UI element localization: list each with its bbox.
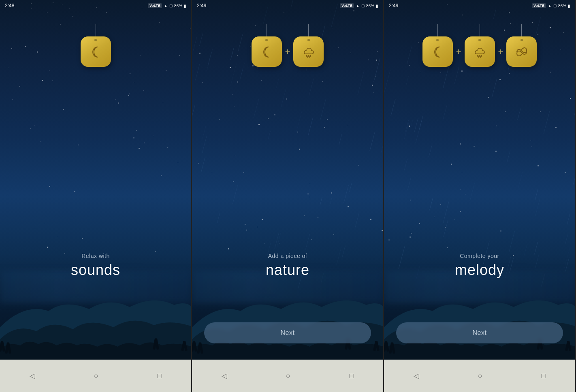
landscape-silhouette [192,279,384,360]
status-icons: VoLTE ▲ ⊡ 86% ▮ [340,3,378,8]
svg-line-8 [478,56,479,58]
svg-line-7 [481,55,482,57]
icons-row: + [192,24,383,67]
home-button[interactable]: ○ [478,372,482,380]
hanging-string [308,24,309,36]
hanging-string [480,24,480,36]
status-time: 2:49 [389,3,398,9]
back-button[interactable]: ◁ [414,371,419,380]
hanging-tile-cloud-rain-icon [293,24,324,67]
wifi-icon: ⊡ [361,4,365,8]
recent-apps-button[interactable]: □ [349,372,354,380]
icons-row [0,24,191,67]
text-content: Complete yourmelody [384,253,575,279]
wifi-icon: ⊡ [553,4,557,8]
text-content: Add a piece ofnature [192,253,383,279]
plus-separator: + [285,36,290,67]
hanging-tile-moon-icon [422,24,453,67]
volte-badge: VoLTE [148,3,162,8]
hanging-string [267,24,267,36]
battery-label: 86% [558,4,566,8]
svg-line-0 [306,55,307,57]
title: nature [192,262,383,279]
signal-icon: ▲ [164,4,168,8]
navigation-bar: ◁ ○ □ [0,360,191,392]
status-icons: VoLTE ▲ ⊡ 86% ▮ [148,3,186,8]
recent-apps-button[interactable]: □ [541,372,546,380]
next-button[interactable]: Next [396,322,563,343]
svg-line-6 [479,55,480,57]
hanging-string [96,24,96,36]
svg-line-5 [477,55,478,57]
battery-icon: ▮ [376,4,378,8]
infinity-icon [506,36,537,67]
svg-line-9 [480,56,481,58]
wifi-icon: ⊡ [169,4,173,8]
battery-label: 86% [174,4,182,8]
status-bar: 2:49 VoLTE ▲ ⊡ 86% ▮ [192,0,383,11]
battery-icon: ▮ [568,4,570,8]
phone-panel-1: 2:48 VoLTE ▲ ⊡ 86% ▮ Relax withsounds ◁ … [0,0,192,392]
subtitle: Relax with [0,253,191,259]
signal-icon: ▲ [356,4,360,8]
hanging-string [437,24,438,36]
status-time: 2:49 [197,3,206,9]
status-bar: 2:49 VoLTE ▲ ⊡ 86% ▮ [384,0,575,11]
home-button[interactable]: ○ [94,372,98,380]
battery-icon: ▮ [184,4,186,8]
volte-badge: VoLTE [340,3,354,8]
moon-icon [81,36,111,67]
moon-icon [422,36,453,67]
landscape-silhouette [0,279,192,360]
title: melody [384,262,575,279]
title: sounds [0,262,191,279]
hanging-string [521,24,522,36]
status-bar: 2:48 VoLTE ▲ ⊡ 86% ▮ [0,0,191,11]
status-icons: VoLTE ▲ ⊡ 86% ▮ [532,3,570,8]
hanging-tile-infinity-icon [506,24,537,67]
icons-row: + + [384,24,575,67]
next-button[interactable]: Next [204,322,371,343]
navigation-bar: ◁ ○ □ [192,360,383,392]
phone-panel-2: 2:49 VoLTE ▲ ⊡ 86% ▮ + Add a piece ofnat… [192,0,384,392]
hanging-tile-cloud-rain-icon [465,24,495,67]
subtitle: Complete your [384,253,575,259]
svg-line-1 [308,55,309,57]
back-button[interactable]: ◁ [222,371,227,380]
recent-apps-button[interactable]: □ [157,372,162,380]
plus-separator: + [456,36,461,67]
back-button[interactable]: ◁ [30,371,35,380]
cloud-rain-icon [465,36,495,67]
text-content: Relax withsounds [0,253,191,279]
navigation-bar: ◁ ○ □ [384,360,575,392]
hanging-tile-moon-icon [252,24,282,67]
hanging-tile-moon-icon [81,24,111,67]
volte-badge: VoLTE [532,3,546,8]
status-time: 2:48 [5,3,14,9]
svg-line-4 [309,56,310,58]
plus-separator: + [498,36,503,67]
svg-line-2 [310,55,311,57]
battery-label: 86% [366,4,374,8]
moon-icon [252,36,282,67]
landscape-silhouette [384,279,576,360]
phone-panel-3: 2:49 VoLTE ▲ ⊡ 86% ▮ + + Complete yourme… [384,0,576,392]
home-button[interactable]: ○ [286,372,290,380]
cloud-rain-icon [293,36,324,67]
subtitle: Add a piece of [192,253,383,259]
svg-line-3 [307,56,308,58]
signal-icon: ▲ [548,4,552,8]
